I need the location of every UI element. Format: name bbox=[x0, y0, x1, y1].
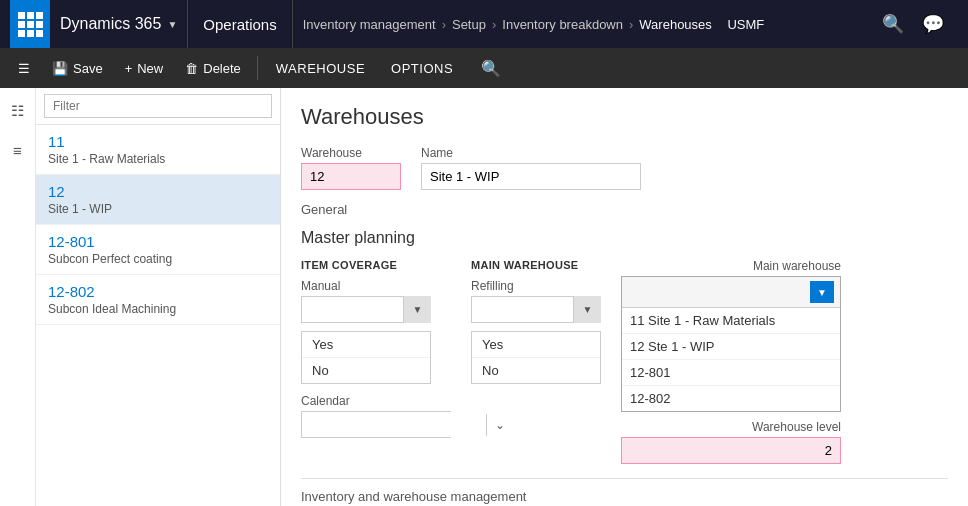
main-warehouse-dropdown: ▼ 11 Site 1 - Raw Materials 12 Ste 1 - W… bbox=[621, 276, 841, 412]
mw-dropdown-arrow-icon[interactable]: ▼ bbox=[810, 281, 834, 303]
breadcrumb-item-2[interactable]: Setup bbox=[452, 17, 486, 32]
delete-button[interactable]: 🗑 Delete bbox=[175, 52, 251, 84]
brand-dropdown-icon[interactable]: ▼ bbox=[167, 19, 177, 30]
warehouse-name-row: Warehouse Name bbox=[301, 146, 948, 190]
mw-dropdown-header: ▼ bbox=[622, 277, 840, 308]
master-planning-grid: ITEM COVERAGE Manual ▼ Yes No bbox=[301, 259, 948, 464]
bottom-section: Inventory and warehouse management bbox=[301, 478, 948, 504]
left-icon-bar: ☷ ≡ bbox=[0, 88, 36, 506]
sidebar-item-11[interactable]: 11 Site 1 - Raw Materials bbox=[36, 125, 280, 175]
hamburger-icon: ☰ bbox=[18, 61, 30, 76]
warehouse-input[interactable] bbox=[301, 163, 401, 190]
breadcrumb-sep-1: › bbox=[442, 17, 446, 32]
nav-actions: 🔍 💬 bbox=[868, 9, 958, 39]
delete-icon: 🗑 bbox=[185, 61, 198, 76]
app-launcher-button[interactable] bbox=[10, 0, 50, 48]
manual-yes-item[interactable]: Yes bbox=[302, 332, 430, 357]
content-area: Warehouses Warehouse Name General Master… bbox=[281, 88, 968, 506]
manual-dropdown[interactable] bbox=[301, 296, 431, 323]
manual-field: Manual ▼ bbox=[301, 279, 451, 323]
breadcrumb-item-4[interactable]: Warehouses bbox=[639, 17, 712, 32]
sidebar-filter-bar bbox=[36, 88, 280, 125]
module-name: Operations bbox=[188, 0, 292, 48]
sidebar-item-12-801-id: 12-801 bbox=[48, 233, 268, 250]
breadcrumb-item-3[interactable]: Inventory breakdown bbox=[502, 17, 623, 32]
mw-item-3[interactable]: 12-801 bbox=[622, 359, 840, 385]
list-view-icon[interactable]: ≡ bbox=[9, 138, 26, 163]
inventory-management-label: Inventory and warehouse management bbox=[301, 489, 948, 504]
sidebar-item-12-802[interactable]: 12-802 Subcon Ideal Machining bbox=[36, 275, 280, 325]
nav-search-button[interactable]: 🔍 bbox=[878, 9, 908, 39]
sidebar-item-12-801-name: Subcon Perfect coating bbox=[48, 252, 268, 266]
brand-section: Dynamics 365 ▼ bbox=[50, 0, 188, 48]
breadcrumb: Inventory management › Setup › Inventory… bbox=[293, 17, 868, 32]
new-icon: + bbox=[125, 61, 133, 76]
sidebar-item-12-802-id: 12-802 bbox=[48, 283, 268, 300]
name-field: Name bbox=[421, 146, 641, 190]
sidebar: 11 Site 1 - Raw Materials 12 Site 1 - WI… bbox=[36, 88, 281, 506]
calendar-dropdown: ⌄ bbox=[301, 411, 451, 438]
brand-title: Dynamics 365 bbox=[60, 15, 161, 33]
calendar-field: Calendar ⌄ bbox=[301, 394, 451, 438]
refilling-yes-no-list: Yes No bbox=[471, 331, 601, 384]
item-coverage-col: ITEM COVERAGE Manual ▼ Yes No bbox=[301, 259, 451, 438]
save-button[interactable]: 💾 Save bbox=[42, 52, 113, 84]
filter-input[interactable] bbox=[44, 94, 272, 118]
mw-item-4[interactable]: 12-802 bbox=[622, 385, 840, 411]
manual-no-item[interactable]: No bbox=[302, 357, 430, 383]
save-label: Save bbox=[73, 61, 103, 76]
calendar-dropdown-arrow[interactable]: ⌄ bbox=[486, 414, 513, 436]
filter-icon[interactable]: ☷ bbox=[7, 98, 28, 124]
warehouse-label: Warehouse bbox=[301, 146, 401, 160]
sidebar-item-12[interactable]: 12 Site 1 - WIP bbox=[36, 175, 280, 225]
main-warehouse-header: MAIN WAREHOUSE bbox=[471, 259, 601, 271]
manual-label: Manual bbox=[301, 279, 451, 293]
breadcrumb-item-5: USMF bbox=[727, 17, 764, 32]
toolbar-divider bbox=[257, 56, 258, 80]
general-section-label: General bbox=[301, 202, 948, 217]
calendar-label: Calendar bbox=[301, 394, 451, 408]
grid-icon bbox=[18, 12, 43, 37]
top-navigation: Dynamics 365 ▼ Operations Inventory mana… bbox=[0, 0, 968, 48]
mw-item-1[interactable]: 11 Site 1 - Raw Materials bbox=[622, 308, 840, 333]
master-planning-title: Master planning bbox=[301, 229, 948, 247]
mw-item-2[interactable]: 12 Ste 1 - WIP bbox=[622, 333, 840, 359]
new-button[interactable]: + New bbox=[115, 52, 174, 84]
name-input[interactable] bbox=[421, 163, 641, 190]
item-coverage-header: ITEM COVERAGE bbox=[301, 259, 451, 271]
page-title: Warehouses bbox=[301, 104, 948, 130]
main-warehouse-right-label: Main warehouse bbox=[621, 259, 841, 273]
refilling-no-item[interactable]: No bbox=[472, 357, 600, 383]
new-label: New bbox=[137, 61, 163, 76]
manual-yes-no-list: Yes No bbox=[301, 331, 431, 384]
toolbar: ☰ 💾 Save + New 🗑 Delete WAREHOUSE OPTION… bbox=[0, 48, 968, 88]
refilling-yes-item[interactable]: Yes bbox=[472, 332, 600, 357]
sidebar-item-12-801[interactable]: 12-801 Subcon Perfect coating bbox=[36, 225, 280, 275]
breadcrumb-item-1[interactable]: Inventory management bbox=[303, 17, 436, 32]
warehouse-tab-button[interactable]: WAREHOUSE bbox=[264, 52, 377, 84]
warehouse-level-field: Warehouse level bbox=[621, 420, 841, 464]
refilling-dropdown[interactable] bbox=[471, 296, 601, 323]
toolbar-search-button[interactable]: 🔍 bbox=[473, 55, 509, 82]
sidebar-item-12-802-name: Subcon Ideal Machining bbox=[48, 302, 268, 316]
refilling-field: Refilling ▼ bbox=[471, 279, 601, 323]
calendar-input[interactable] bbox=[302, 412, 486, 437]
manual-dropdown-wrapper: ▼ bbox=[301, 296, 431, 323]
hamburger-button[interactable]: ☰ bbox=[8, 52, 40, 84]
sidebar-items-list: 11 Site 1 - Raw Materials 12 Site 1 - WI… bbox=[36, 125, 280, 506]
warehouse-level-label: Warehouse level bbox=[621, 420, 841, 434]
options-tab-button[interactable]: OPTIONS bbox=[379, 52, 465, 84]
main-warehouse-col: MAIN WAREHOUSE Refilling ▼ Yes No bbox=[471, 259, 601, 384]
breadcrumb-sep-3: › bbox=[629, 17, 633, 32]
nav-chat-button[interactable]: 💬 bbox=[918, 9, 948, 39]
warehouse-level-input[interactable] bbox=[621, 437, 841, 464]
right-col: Main warehouse ▼ 11 Site 1 - Raw Materia… bbox=[621, 259, 841, 464]
refilling-label: Refilling bbox=[471, 279, 601, 293]
main-layout: ☷ ≡ 11 Site 1 - Raw Materials 12 Site 1 … bbox=[0, 88, 968, 506]
delete-label: Delete bbox=[203, 61, 241, 76]
breadcrumb-sep-2: › bbox=[492, 17, 496, 32]
breadcrumb-sep-4 bbox=[718, 17, 722, 32]
name-label: Name bbox=[421, 146, 641, 160]
sidebar-item-11-name: Site 1 - Raw Materials bbox=[48, 152, 268, 166]
save-icon: 💾 bbox=[52, 61, 68, 76]
